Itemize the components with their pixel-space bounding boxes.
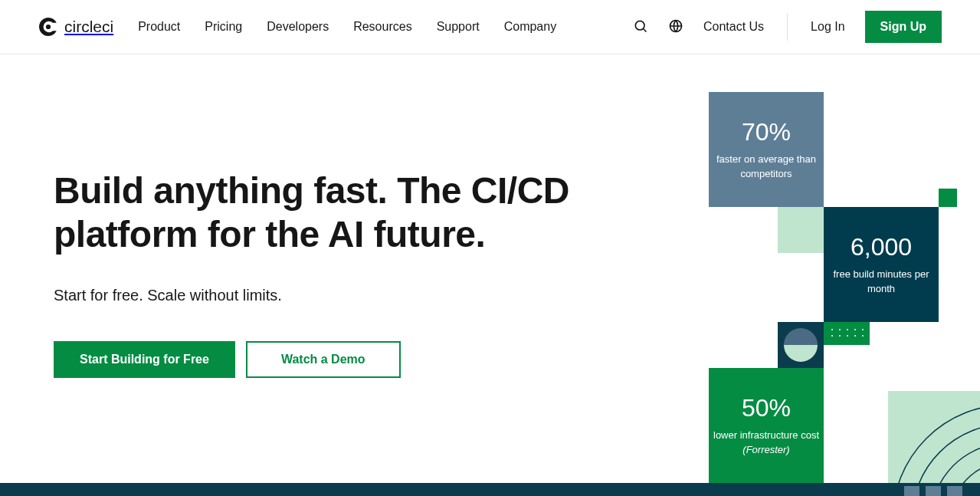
svg-line-2 (644, 28, 647, 31)
hero-title: Build anything fast. The CI/CD platform … (54, 169, 621, 256)
primary-nav: Product Pricing Developers Resources Sup… (138, 20, 556, 34)
logo-text: circleci (64, 18, 113, 36)
decor-footer-bar (0, 483, 980, 496)
hero-subtitle: Start for free. Scale without limits. (54, 287, 621, 304)
secondary-nav: Contact Us Log In Sign Up (633, 11, 942, 43)
stat-caption: free build minutes per month (828, 268, 934, 295)
search-icon (633, 18, 648, 36)
globe-icon (668, 18, 683, 36)
signup-button[interactable]: Sign Up (865, 11, 942, 43)
nav-divider (787, 13, 788, 41)
decor-square-small (939, 189, 957, 207)
site-header: circleci Product Pricing Developers Reso… (0, 0, 980, 54)
decor-mint-band (888, 391, 980, 496)
stat-card-minutes: 6,000 free build minutes per month (824, 207, 939, 322)
stat-value: 50% (742, 394, 791, 422)
decor-square-circle (778, 322, 824, 368)
stat-caption: lower infrastructure cost (Forrester) (713, 429, 819, 456)
decor-vertical-bars (904, 486, 962, 496)
logo-link[interactable]: circleci (38, 17, 113, 37)
stat-caption-prefix: lower infrastructure cost (713, 429, 819, 441)
login-link[interactable]: Log In (811, 20, 844, 34)
stat-card-cost: 50% lower infrastructure cost (Forrester… (709, 368, 824, 483)
decor-square-mint (778, 207, 824, 253)
start-building-button[interactable]: Start Building for Free (54, 341, 235, 378)
nav-product[interactable]: Product (138, 20, 180, 34)
circleci-logo-icon (38, 17, 58, 37)
hero-actions: Start Building for Free Watch a Demo (54, 341, 621, 378)
stat-value: 70% (742, 118, 791, 146)
svg-point-1 (635, 21, 644, 30)
nav-company[interactable]: Company (504, 20, 556, 34)
half-circle-icon (784, 328, 818, 362)
hero-content: Build anything fast. The CI/CD platform … (54, 169, 621, 378)
nav-support[interactable]: Support (437, 20, 480, 34)
nav-developers[interactable]: Developers (267, 20, 329, 34)
contact-us-link[interactable]: Contact Us (703, 20, 764, 34)
svg-point-0 (46, 25, 51, 29)
stat-cluster: 70% faster on average than competitors 6… (709, 92, 962, 491)
decor-dot-grid (824, 322, 870, 345)
stat-value: 6,000 (851, 233, 912, 261)
nav-resources[interactable]: Resources (353, 20, 411, 34)
stat-card-speed: 70% faster on average than competitors (709, 92, 824, 207)
stat-caption: faster on average than competitors (713, 153, 819, 180)
search-button[interactable] (633, 18, 648, 36)
watch-demo-button[interactable]: Watch a Demo (246, 341, 401, 378)
stat-caption-em: (Forrester) (742, 444, 789, 455)
nav-pricing[interactable]: Pricing (205, 20, 242, 34)
language-button[interactable] (668, 18, 683, 36)
